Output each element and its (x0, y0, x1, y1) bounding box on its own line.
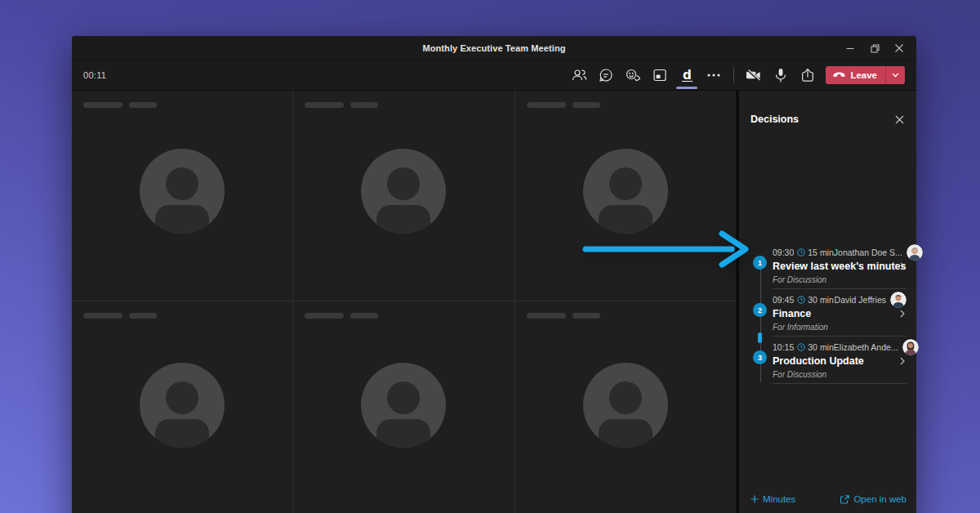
participant-tile (515, 301, 736, 513)
reactions-button[interactable] (625, 65, 641, 86)
agenda-item[interactable]: 1 09:30 15 min Jonathan Doe S... (773, 242, 906, 289)
leave-button[interactable]: Leave (826, 66, 905, 84)
decisions-panel-header: Decisions (751, 112, 906, 127)
teams-meeting-window: Monthly Executive Team Meeting 00:11 (72, 36, 916, 513)
decisions-app-icon: d (682, 69, 693, 82)
decisions-app-button[interactable]: d (679, 65, 695, 86)
agenda-item-time: 09:30 (773, 248, 794, 257)
video-grid (72, 91, 736, 513)
clock-icon (797, 248, 805, 256)
add-minutes-label: Minutes (763, 494, 795, 504)
participant-placeholder-avatar (140, 149, 225, 234)
microphone-toggle-button[interactable] (773, 65, 789, 86)
reactions-icon (625, 68, 641, 83)
agenda-item-presenter: Elizabeth Ande... (834, 342, 898, 352)
presenter-avatar (906, 244, 923, 261)
desktop-background: { "window": { "title": "Monthly Executiv… (0, 0, 980, 513)
agenda-item-presenter: Jonathan Doe S... (834, 248, 902, 257)
agenda-item-number: 2 (753, 303, 767, 317)
close-button[interactable] (887, 36, 911, 60)
agenda-item[interactable]: 3 10:15 30 min Elizabeth Ande... (773, 337, 906, 384)
leave-button-label: Leave (850, 70, 877, 80)
more-options-button[interactable] (706, 65, 722, 86)
window-title: Monthly Executive Team Meeting (72, 36, 916, 60)
agenda-item-duration: 15 min (808, 248, 834, 257)
active-app-indicator (676, 87, 697, 89)
participant-placeholder-avatar (583, 363, 668, 448)
participants-button[interactable] (571, 65, 587, 86)
participants-icon (572, 68, 587, 83)
meeting-timer: 00:11 (83, 70, 106, 80)
agenda-item-title: Production Update (773, 355, 864, 367)
chevron-right-icon[interactable] (900, 259, 905, 274)
agenda-item-time: 10:15 (773, 342, 794, 352)
chevron-right-icon[interactable] (900, 306, 905, 321)
agenda-item-title-row: Production Update (773, 354, 906, 368)
more-options-icon (707, 74, 720, 77)
microphone-icon (775, 68, 786, 83)
agenda-item-duration: 30 min (808, 295, 834, 305)
close-icon (895, 115, 904, 124)
window-titlebar: Monthly Executive Team Meeting (72, 36, 916, 60)
agenda-item-title-row: Finance (773, 306, 906, 321)
restore-button[interactable] (862, 36, 887, 60)
agenda-item-number: 3 (753, 350, 767, 364)
restore-icon (871, 44, 880, 53)
chat-button[interactable] (598, 65, 614, 86)
share-icon (800, 68, 815, 83)
name-placeholder (83, 102, 157, 108)
agenda-item[interactable]: 2 09:45 30 min David Jeffries (773, 289, 906, 337)
agenda-item-type: For Discussion (773, 368, 906, 381)
agenda-item-presenter: David Jeffries (835, 295, 886, 305)
chevron-right-icon[interactable] (900, 354, 905, 368)
panel-close-button[interactable] (892, 112, 906, 127)
toolbar-divider (733, 67, 734, 83)
participant-placeholder-avatar (583, 149, 668, 234)
chat-icon (599, 68, 613, 83)
participant-placeholder-avatar (361, 363, 446, 448)
device-controls-group (746, 65, 816, 86)
window-controls (838, 36, 911, 60)
agenda-timeline (760, 263, 762, 382)
name-placeholder (83, 313, 157, 319)
agenda-item-number: 1 (753, 256, 767, 270)
participant-tile (72, 91, 292, 301)
presenter-avatar (890, 292, 906, 308)
minimize-button[interactable] (838, 36, 862, 60)
leave-button-main[interactable]: Leave (826, 66, 885, 84)
close-icon (895, 44, 903, 52)
agenda-item-time: 09:45 (773, 295, 794, 305)
agenda-item-title: Finance (773, 308, 811, 319)
decisions-panel-title: Decisions (751, 114, 799, 125)
share-button[interactable] (800, 65, 816, 86)
participant-tile (293, 91, 514, 301)
minimize-icon (846, 44, 854, 52)
current-time-marker (758, 332, 762, 343)
name-placeholder (305, 102, 378, 108)
agenda-list: 1 09:30 15 min Jonathan Doe S... (739, 242, 906, 384)
agenda-item-type: For Information (773, 321, 906, 333)
participant-placeholder-avatar (361, 149, 446, 234)
chevron-down-icon (892, 73, 899, 78)
decisions-panel-footer: Minutes Open in web (751, 494, 906, 504)
agenda-item-meta: 09:30 15 min Jonathan Doe S... (773, 246, 906, 259)
external-link-icon (840, 495, 849, 504)
name-placeholder (527, 313, 600, 319)
name-placeholder (527, 102, 600, 108)
agenda-item-meta: 10:15 30 min Elizabeth Ande... (773, 341, 906, 354)
breakout-rooms-icon (653, 68, 667, 83)
agenda-item-duration: 30 min (808, 342, 834, 352)
decisions-panel: Decisions 1 09:30 15 min (739, 91, 916, 513)
camera-toggle-button[interactable] (746, 65, 762, 86)
breakout-rooms-button[interactable] (652, 65, 668, 86)
clock-icon (797, 343, 805, 351)
open-in-web-link[interactable]: Open in web (840, 494, 906, 504)
participant-tile (72, 301, 292, 513)
participant-tile (293, 301, 514, 513)
agenda-item-title-row: Review last week's minutes (773, 259, 906, 274)
leave-options-button[interactable] (886, 66, 905, 84)
add-minutes-link[interactable]: Minutes (751, 494, 795, 504)
agenda-item-type: For Discussion (773, 274, 906, 286)
meeting-actions-group: d (571, 65, 722, 86)
meeting-toolbar: 00:11 (72, 60, 916, 91)
